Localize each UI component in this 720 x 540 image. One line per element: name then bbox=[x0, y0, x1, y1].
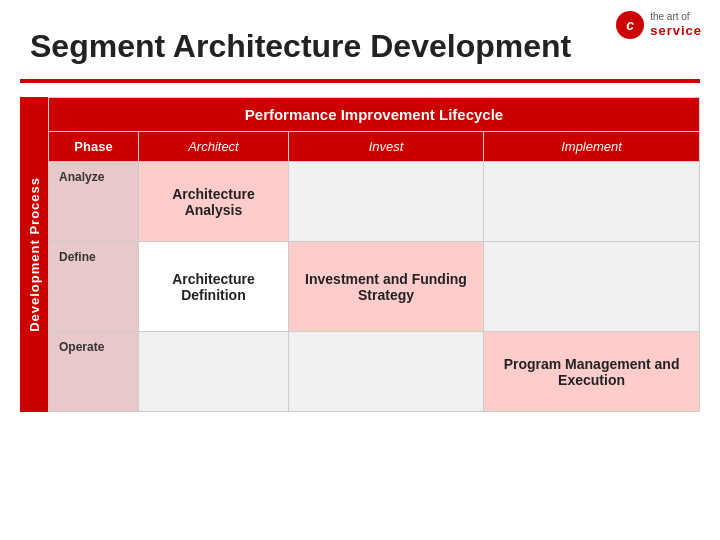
logo-text: the art of service bbox=[650, 10, 702, 40]
logo-line2: service bbox=[650, 23, 702, 40]
logo-icon: c bbox=[616, 11, 644, 39]
table-row-analyze: Analyze Architecture Analysis bbox=[49, 162, 700, 242]
main-content: Development Process Performance Improvem… bbox=[20, 97, 700, 412]
logo-line1: the art of bbox=[650, 10, 702, 23]
phase-analyze: Analyze bbox=[49, 162, 139, 242]
cell-define-architect: Architecture Definition bbox=[139, 242, 289, 332]
logo: c the art of service bbox=[616, 10, 702, 40]
cell-operate-architect bbox=[139, 332, 289, 412]
cell-operate-implement: Program Management and Execution bbox=[484, 332, 700, 412]
lifecycle-header: Performance Improvement Lifecycle bbox=[49, 98, 700, 132]
lifecycle-table: Performance Improvement Lifecycle Phase … bbox=[48, 97, 700, 412]
page: c the art of service Segment Architectur… bbox=[0, 0, 720, 540]
title-divider bbox=[20, 79, 700, 83]
col-implement-header: Implement bbox=[484, 132, 700, 162]
page-title: Segment Architecture Development bbox=[20, 28, 700, 65]
col-architect-header: Architect bbox=[139, 132, 289, 162]
vertical-label-container: Development Process bbox=[20, 97, 48, 412]
col-phase-header: Phase bbox=[49, 132, 139, 162]
vertical-label: Development Process bbox=[27, 177, 42, 332]
phase-operate: Operate bbox=[49, 332, 139, 412]
col-invest-header: Invest bbox=[288, 132, 483, 162]
header-row: Performance Improvement Lifecycle bbox=[49, 98, 700, 132]
table-row-define: Define Architecture Definition Investmen… bbox=[49, 242, 700, 332]
cell-operate-invest bbox=[288, 332, 483, 412]
cell-define-invest: Investment and Funding Strategy bbox=[288, 242, 483, 332]
table-row-operate: Operate Program Management and Execution bbox=[49, 332, 700, 412]
cell-define-implement bbox=[484, 242, 700, 332]
cell-analyze-invest bbox=[288, 162, 483, 242]
phase-define: Define bbox=[49, 242, 139, 332]
cell-analyze-implement bbox=[484, 162, 700, 242]
column-header-row: Phase Architect Invest Implement bbox=[49, 132, 700, 162]
cell-analyze-architect: Architecture Analysis bbox=[139, 162, 289, 242]
